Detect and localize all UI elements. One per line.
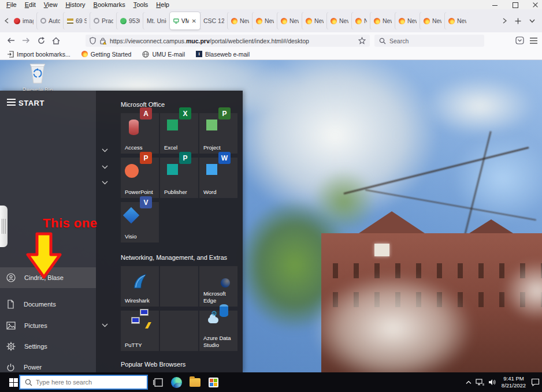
remote-desktop-viewport: Recycle Bin START Cindric, Blase Documen… xyxy=(0,60,542,392)
file-explorer-button[interactable] xyxy=(186,372,203,392)
start-documents[interactable]: Documents xyxy=(0,294,96,315)
tab-new-4[interactable]: New T xyxy=(302,12,327,29)
tab-new-5[interactable]: New T xyxy=(327,12,352,29)
tab-new-7[interactable]: New T xyxy=(370,12,395,29)
tab-new-10[interactable]: New T xyxy=(445,12,470,29)
group-collapse-chevron-icon[interactable] xyxy=(102,148,108,152)
tab-new-9[interactable]: New T xyxy=(420,12,445,29)
tab-9530[interactable]: 9530 E xyxy=(117,12,143,29)
tile-access[interactable]: A Access xyxy=(121,113,159,154)
tile-excel[interactable]: X Excel xyxy=(160,113,198,154)
tray-chevron-up-icon[interactable] xyxy=(466,380,472,384)
tile-publisher[interactable]: P Publisher xyxy=(160,158,198,198)
home-icon[interactable] xyxy=(49,33,64,47)
wallpaper-sky xyxy=(439,124,542,233)
tab-new-1[interactable]: New T xyxy=(228,12,253,29)
section-header-browsers: Popular Web Browsers xyxy=(121,361,243,368)
speaker-icon[interactable] xyxy=(488,379,496,386)
start-pictures[interactable]: Pictures xyxy=(0,315,96,336)
tab-new-3[interactable]: New T xyxy=(277,12,302,29)
app-menu-hamburger-icon[interactable] xyxy=(530,38,537,44)
taskbar-edge-button[interactable] xyxy=(168,372,185,392)
minimize-icon[interactable] xyxy=(492,2,498,8)
clock-date: 8/21/2022 xyxy=(500,382,527,389)
menu-help[interactable]: Help xyxy=(152,1,173,9)
tab-new-2[interactable]: New T xyxy=(253,12,277,29)
tab-new-6[interactable]: N xyxy=(352,12,370,29)
menu-tools[interactable]: Tools xyxy=(129,1,153,9)
bookmark-getting-started[interactable]: Getting Started xyxy=(81,51,132,58)
microsoft-store-button[interactable] xyxy=(205,372,222,392)
tile-wireshark[interactable]: Wireshark xyxy=(121,266,159,307)
forward-icon[interactable] xyxy=(18,33,34,47)
tile-microsoft-edge[interactable]: Microsoft Edge xyxy=(199,266,237,307)
annotation-arrow-icon xyxy=(24,232,65,280)
menu-history[interactable]: History xyxy=(61,1,89,9)
import-icon xyxy=(7,51,14,58)
bookmark-umu-email[interactable]: UMU E-mail xyxy=(142,51,185,58)
tab-auto[interactable]: Auto F xyxy=(37,12,64,29)
tile-project[interactable]: P Project xyxy=(199,113,237,154)
search-bar[interactable]: Search xyxy=(374,35,484,47)
wallpaper-blossoms xyxy=(491,251,542,331)
start-menu-title: START xyxy=(18,99,44,107)
tile-azure-data-studio[interactable]: ⚙ Azure Data Studio xyxy=(199,311,237,351)
tab-scroll-left-icon[interactable] xyxy=(2,13,10,28)
menu-bookmarks[interactable]: Bookmarks xyxy=(90,1,129,9)
recycle-bin[interactable]: Recycle Bin xyxy=(20,61,55,94)
action-center-icon[interactable] xyxy=(531,378,540,386)
tile-empty xyxy=(160,311,198,351)
gear-icon xyxy=(6,342,16,351)
firefox-favicon-icon xyxy=(256,18,262,24)
tabstrip-controls xyxy=(503,18,542,24)
taskbar-search-box[interactable] xyxy=(19,375,148,390)
file-explorer-icon xyxy=(190,378,201,387)
back-icon[interactable] xyxy=(3,33,18,47)
menu-view[interactable]: View xyxy=(40,1,62,9)
tab-scroll-right-icon[interactable] xyxy=(503,18,507,24)
vm-sidebar-handle[interactable] xyxy=(0,206,8,247)
maximize-icon[interactable] xyxy=(512,2,518,8)
tab-vm-active[interactable]: VM ✕ xyxy=(170,12,200,29)
tile-visio[interactable]: V Visio xyxy=(121,202,159,242)
tracking-shield-icon[interactable] xyxy=(90,37,96,44)
taskbar-clock[interactable]: 9:41 PM 8/21/2022 xyxy=(500,375,527,389)
taskbar-search-input[interactable] xyxy=(36,379,142,386)
start-hamburger-icon[interactable] xyxy=(7,99,16,106)
tab-close-icon[interactable]: ✕ xyxy=(192,18,196,24)
tab-practice[interactable]: Practi xyxy=(90,12,117,29)
edge-icon xyxy=(171,377,182,388)
network-icon[interactable] xyxy=(476,379,484,386)
url-bar[interactable]: https://viewconnect.campus.muc.prv/porta… xyxy=(86,35,370,47)
lock-warning-icon[interactable] xyxy=(99,37,106,44)
firefox-favicon-icon xyxy=(424,18,430,24)
group-collapse-chevron-icon[interactable] xyxy=(102,165,108,169)
tab-69sw[interactable]: 69 Sw xyxy=(64,12,90,29)
menu-edit[interactable]: Edit xyxy=(21,1,40,9)
bookmark-star-icon[interactable] xyxy=(358,37,366,44)
firefox-favicon-icon xyxy=(331,18,337,24)
task-view-button[interactable] xyxy=(149,372,166,392)
tab-csc120[interactable]: CSC 120 H xyxy=(200,12,228,29)
bookmark-import[interactable]: Import bookmarks... xyxy=(7,51,70,58)
navigation-bar: https://viewconnect.campus.muc.prv/porta… xyxy=(0,32,542,48)
close-icon[interactable] xyxy=(532,2,539,8)
tab-mt-union[interactable]: Mt. Union xyxy=(143,12,170,29)
pocket-icon[interactable] xyxy=(515,36,524,44)
new-tab-plus-icon[interactable] xyxy=(515,18,521,24)
nav-right-icons xyxy=(515,33,537,47)
tile-putty[interactable]: PuTTY xyxy=(121,311,159,351)
menu-file[interactable]: File xyxy=(2,1,21,9)
bookmark-blaseweb-email[interactable]: I Blaseweb e-mail xyxy=(196,51,250,58)
group-collapse-chevron-icon[interactable] xyxy=(102,323,108,327)
reload-icon[interactable] xyxy=(34,33,49,47)
tab-image[interactable]: image xyxy=(10,12,37,29)
list-tabs-chevron-icon[interactable] xyxy=(529,19,535,23)
firefox-favicon-icon xyxy=(281,18,287,24)
tile-powerpoint[interactable]: P PowerPoint xyxy=(121,158,159,198)
wireshark-icon xyxy=(131,272,149,290)
start-settings[interactable]: Settings xyxy=(0,336,96,357)
group-collapse-chevron-icon[interactable] xyxy=(102,181,108,185)
tab-new-8[interactable]: New T xyxy=(395,12,420,29)
tile-word[interactable]: W Word xyxy=(199,158,237,198)
